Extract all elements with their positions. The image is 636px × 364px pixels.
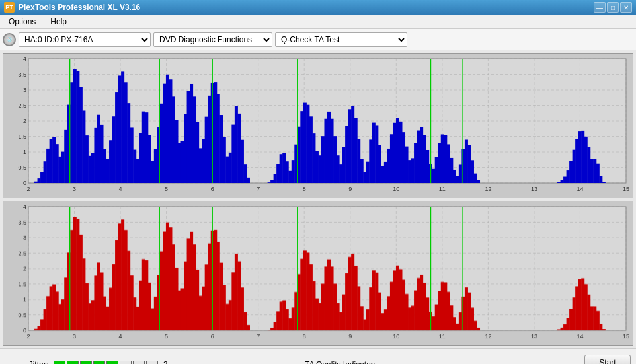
progress-segment	[93, 361, 105, 365]
menu-help[interactable]: Help	[44, 15, 73, 28]
ta-section: TA Quality Indicator: Good	[285, 360, 584, 365]
close-button[interactable]: ✕	[620, 2, 632, 13]
ta-quality-label: TA Quality Indicator:	[305, 360, 376, 365]
progress-segment	[133, 361, 145, 365]
top-chart-container	[3, 53, 633, 198]
app-icon: PT	[4, 2, 15, 13]
title-bar-controls: — □ ✕	[594, 2, 632, 13]
title-bar: PT PlexTools Professional XL V3.16 — □ ✕	[0, 0, 636, 15]
progress-segment	[54, 361, 65, 365]
progress-segment	[146, 361, 158, 365]
title-bar-left: PT PlexTools Professional XL V3.16	[4, 2, 140, 13]
jitter-label: Jitter:	[5, 360, 48, 365]
button-section: Start i	[584, 355, 631, 365]
maximize-button[interactable]: □	[607, 2, 619, 13]
progress-segment	[106, 361, 118, 365]
progress-segment	[67, 361, 79, 365]
test-select[interactable]: Q-Check TA Test	[275, 32, 407, 47]
bottom-panel: Jitter: 3 Peak Shift: 3 TA Quality Indic…	[0, 348, 636, 364]
drive-select[interactable]: HA:0 ID:0 PX-716A	[19, 32, 151, 47]
menu-bar: Options Help	[0, 15, 636, 29]
menu-options[interactable]: Options	[3, 15, 42, 28]
metrics-section: Jitter: 3 Peak Shift: 3	[5, 360, 285, 365]
start-button[interactable]: Start	[584, 355, 631, 365]
progress-segment	[120, 361, 132, 365]
bottom-chart	[3, 201, 633, 346]
progress-segment	[80, 361, 92, 365]
function-select[interactable]: DVD Diagnostic Functions	[153, 32, 272, 47]
top-chart	[3, 54, 633, 198]
toolbar: 💿 HA:0 ID:0 PX-716A DVD Diagnostic Funct…	[0, 29, 636, 50]
jitter-row: Jitter: 3	[5, 360, 285, 365]
title-bar-text: PlexTools Professional XL V3.16	[19, 3, 140, 12]
main-content	[0, 50, 636, 348]
minimize-button[interactable]: —	[594, 2, 606, 13]
jitter-value: 3	[163, 360, 177, 365]
bottom-chart-container	[3, 201, 633, 346]
drive-icon: 💿	[3, 33, 16, 46]
jitter-progress	[54, 361, 158, 365]
drive-selector: 💿 HA:0 ID:0 PX-716A	[3, 32, 151, 47]
